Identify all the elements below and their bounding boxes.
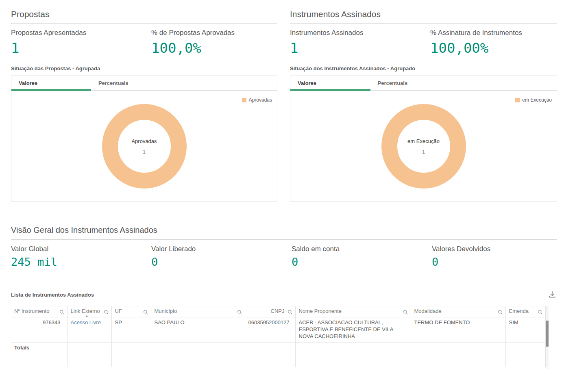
totals-cell <box>411 343 505 367</box>
column-header-modalidade[interactable]: Modalidade <box>411 306 505 317</box>
totals-cell <box>151 343 245 367</box>
legend-item-aprovadas[interactable]: Aprovadas <box>242 97 272 103</box>
legend-item-em-execucao[interactable]: em Execução <box>515 97 552 103</box>
totals-cell <box>67 343 111 367</box>
donut-chart-instrumentos[interactable]: em Execução 1 <box>381 104 466 189</box>
column-header-instrumento[interactable]: Nº Instrumento <box>11 306 67 317</box>
kpi-label: % Assinatura de Instrumentos <box>430 28 557 37</box>
column-header-link-externo[interactable]: Link Externo ▲ <box>67 306 111 317</box>
column-header-nome-proponente[interactable]: Nome Proponente <box>295 306 411 317</box>
kpi-value: 245 mil <box>11 255 151 269</box>
cell-emenda[interactable]: SIM <box>505 317 545 343</box>
kpi-value: 1 <box>11 40 151 56</box>
cell-modalidade[interactable]: TERMO DE FOMENTO <box>411 317 505 343</box>
column-label: Nº Instrumento <box>14 308 49 314</box>
visao-geral-kpi-row: Valor Global 245 mil Valor Liberado 0 Sa… <box>11 245 557 269</box>
kpi-label: Valor Liberado <box>151 245 292 254</box>
totals-cell <box>295 343 411 367</box>
propostas-chart-area: Aprovadas Aprovadas 1 <box>11 91 277 202</box>
donut-slice-label: em Execução <box>399 138 449 145</box>
lista-instrumentos-section: Lista de Instrumentos Assinados Nº Instr… <box>11 290 557 367</box>
legend-label: Aprovadas <box>249 97 272 103</box>
cell-nome-proponente[interactable]: ACEB - ASSOCIACAO CULTURAL, ESPORTIVA E … <box>295 317 411 343</box>
column-label: Link Externo <box>71 308 100 314</box>
instrumentos-chart-tabs: Valores Percentuals <box>290 76 557 91</box>
column-header-cnpj[interactable]: CNPJ <box>245 306 295 317</box>
table-row: 976343 Acesso Livre SP SÃO PAULO 0603595… <box>11 317 545 343</box>
cell-instrumento[interactable]: 976343 <box>11 317 67 343</box>
top-panels-row: Propostas Propostas Apresentadas 1 % de … <box>11 9 588 202</box>
column-header-emenda[interactable]: Emenda <box>505 306 545 317</box>
cell-cnpj[interactable]: 06035952000127 <box>245 317 295 343</box>
kpi-value: 100,0% <box>151 40 277 56</box>
instrumentos-kpi-row: Instrumentos Assinados 1 % Assinatura de… <box>290 28 557 56</box>
kpi-pct-assinatura-instrumentos: % Assinatura de Instrumentos 100,00% <box>430 28 557 56</box>
search-icon[interactable] <box>143 310 148 315</box>
kpi-valores-devolvidos: Valores Devolvidos 0 <box>432 245 557 269</box>
acesso-livre-link[interactable]: Acesso Livre <box>71 319 101 325</box>
column-label: Modalidade <box>414 308 442 314</box>
search-icon[interactable] <box>237 310 242 315</box>
instrumentos-chart-title: Situação dos Instrumentos Assinados - Ag… <box>290 65 557 72</box>
column-label: CNPJ <box>271 308 285 314</box>
kpi-value: 0 <box>292 255 432 269</box>
legend-label: em Execução <box>522 97 552 103</box>
kpi-label: % de Propostas Aprovadas <box>151 28 277 37</box>
search-icon[interactable] <box>59 310 65 315</box>
kpi-value: 1 <box>290 40 430 56</box>
tab-percentuals[interactable]: Percentuals <box>370 76 451 90</box>
propostas-kpi-row: Propostas Apresentadas 1 % de Propostas … <box>11 28 277 56</box>
download-icon[interactable] <box>547 290 557 299</box>
donut-chart-propostas[interactable]: Aprovadas 1 <box>102 104 187 189</box>
propostas-chart-container: Valores Percentuals Aprovadas Aprovadas … <box>11 76 277 202</box>
propostas-title: Propostas <box>11 9 277 24</box>
instrumentos-title: Instrumentos Assinados <box>290 9 557 24</box>
kpi-label: Instrumentos Assinados <box>290 28 430 37</box>
propostas-chart-tabs: Valores Percentuals <box>11 76 277 91</box>
kpi-instrumentos-assinados: Instrumentos Assinados 1 <box>290 28 430 56</box>
cell-municipio[interactable]: SÃO PAULO <box>151 317 245 343</box>
column-header-uf[interactable]: UF <box>111 306 151 317</box>
legend-swatch <box>242 98 246 102</box>
column-label: UF <box>115 308 122 314</box>
tab-valores[interactable]: Valores <box>290 76 370 90</box>
kpi-propostas-apresentadas: Propostas Apresentadas 1 <box>11 28 151 56</box>
kpi-label: Saldo em conta <box>292 245 432 254</box>
dashboard-page: Propostas Propostas Apresentadas 1 % de … <box>0 0 588 367</box>
search-icon[interactable] <box>403 310 408 315</box>
column-label: Emenda <box>509 308 529 314</box>
kpi-valor-liberado: Valor Liberado 0 <box>151 245 292 269</box>
instrumentos-panel: Instrumentos Assinados Instrumentos Assi… <box>290 9 557 202</box>
instrumentos-table: Nº Instrumento Link Externo ▲ UF <box>11 306 546 367</box>
table-header-row: Nº Instrumento Link Externo ▲ UF <box>11 306 545 317</box>
totals-cell <box>245 343 295 367</box>
kpi-saldo-em-conta: Saldo em conta 0 <box>292 245 432 269</box>
table-wrap: Nº Instrumento Link Externo ▲ UF <box>11 306 549 367</box>
search-icon[interactable] <box>538 310 543 315</box>
search-icon[interactable] <box>104 310 109 315</box>
donut-center: em Execução 1 <box>399 138 449 155</box>
search-icon[interactable] <box>498 310 503 315</box>
sort-ascending-icon: ▲ <box>85 314 89 318</box>
cell-link-externo: Acesso Livre <box>67 317 111 343</box>
propostas-chart-title: Situação das Propostas - Agrupada <box>11 65 277 72</box>
donut-slice-value: 1 <box>119 149 170 155</box>
tab-valores[interactable]: Valores <box>11 76 91 90</box>
tab-percentuals[interactable]: Percentuals <box>91 76 171 90</box>
instrumentos-chart-area: em Execução em Execução 1 <box>290 91 557 202</box>
table-title-row: Lista de Instrumentos Assinados <box>11 290 557 299</box>
search-icon[interactable] <box>287 310 293 315</box>
totals-row: Totals <box>11 343 545 367</box>
column-header-municipio[interactable]: Município <box>151 306 245 317</box>
kpi-pct-propostas-aprovadas: % de Propostas Aprovadas 100,0% <box>151 28 277 56</box>
scrollbar-thumb[interactable] <box>546 321 549 347</box>
kpi-value: 0 <box>151 255 292 269</box>
legend-swatch <box>515 98 520 102</box>
totals-cell <box>111 343 151 367</box>
table-title: Lista de Instrumentos Assinados <box>11 292 94 298</box>
kpi-label: Valores Devolvidos <box>432 245 557 254</box>
cell-uf[interactable]: SP <box>111 317 151 343</box>
column-label: Município <box>155 308 177 314</box>
kpi-label: Propostas Apresentadas <box>11 28 151 37</box>
donut-slice-label: Aprovadas <box>119 138 170 145</box>
